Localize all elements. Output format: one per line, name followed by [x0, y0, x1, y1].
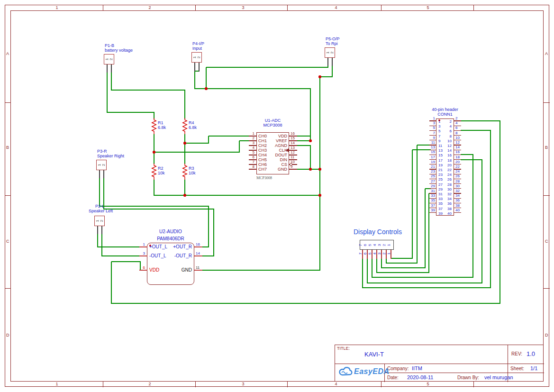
- ic-pin[interactable]: [249, 169, 257, 169]
- resistor-R1[interactable]: [151, 118, 157, 136]
- header-pin[interactable]: [429, 212, 436, 213]
- ic-u1-part[interactable]: MCP3008: [263, 123, 282, 128]
- wire[interactable]: [202, 270, 320, 270]
- wire[interactable]: [391, 258, 413, 258]
- resistor-R4[interactable]: [182, 118, 188, 136]
- resistor-ref[interactable]: R3: [189, 166, 194, 171]
- resistor-ref[interactable]: R1: [158, 121, 163, 125]
- wire[interactable]: [209, 136, 249, 136]
- wire[interactable]: [154, 152, 240, 152]
- connector-desc[interactable]: Speaker Left: [89, 209, 113, 213]
- wire[interactable]: [107, 72, 107, 113]
- pin-stub[interactable]: [332, 58, 332, 66]
- pin-stub[interactable]: [101, 226, 102, 234]
- wire[interactable]: [412, 149, 431, 150]
- wire[interactable]: [461, 154, 473, 155]
- wire[interactable]: [363, 287, 491, 288]
- wire[interactable]: [194, 71, 195, 89]
- ic-pin[interactable]: [139, 246, 147, 247]
- wire[interactable]: [319, 77, 320, 271]
- connector-ref[interactable]: P1-B: [105, 44, 114, 48]
- resistor-value[interactable]: 6.8k: [189, 126, 197, 130]
- wire[interactable]: [320, 76, 333, 77]
- wire[interactable]: [97, 234, 98, 247]
- wire[interactable]: [500, 121, 500, 304]
- wire[interactable]: [362, 258, 363, 288]
- pin-stub[interactable]: [97, 226, 98, 234]
- resistor-R2[interactable]: [151, 164, 157, 182]
- wire[interactable]: [297, 169, 320, 169]
- wire[interactable]: [206, 67, 206, 89]
- wire[interactable]: [184, 134, 185, 164]
- ic-u1-ref[interactable]: U1-ADC: [265, 119, 281, 123]
- connector-desc[interactable]: Speaker Right: [97, 154, 124, 158]
- wire[interactable]: [381, 258, 381, 268]
- resistor-ref[interactable]: R2: [158, 166, 163, 171]
- wire[interactable]: [206, 67, 328, 67]
- connector-ref[interactable]: P5-O/P: [326, 37, 340, 41]
- wire[interactable]: [107, 112, 154, 112]
- wire[interactable]: [202, 255, 214, 256]
- wire[interactable]: [332, 65, 332, 77]
- wire[interactable]: [202, 246, 209, 247]
- connector-ref[interactable]: P4-I/P: [192, 42, 204, 46]
- wire[interactable]: [99, 178, 100, 207]
- pin-stub[interactable]: [99, 170, 100, 178]
- wire[interactable]: [372, 277, 473, 277]
- pin-stub[interactable]: [107, 64, 107, 73]
- wire[interactable]: [377, 272, 429, 273]
- header-pin[interactable]: [454, 212, 461, 213]
- wire[interactable]: [428, 193, 429, 273]
- wire[interactable]: [417, 145, 431, 145]
- resistor-R3[interactable]: [182, 164, 188, 182]
- wire[interactable]: [297, 145, 311, 146]
- ic-pin[interactable]: [139, 270, 147, 270]
- connector-ref[interactable]: P3-R: [97, 149, 107, 154]
- wire[interactable]: [195, 88, 311, 89]
- wire[interactable]: [239, 141, 239, 153]
- wire[interactable]: [102, 255, 140, 256]
- wire[interactable]: [367, 283, 482, 283]
- resistor-value[interactable]: 10k: [158, 171, 165, 175]
- resistor-value[interactable]: 6.8k: [158, 126, 166, 130]
- wire[interactable]: [376, 258, 377, 273]
- wire[interactable]: [111, 90, 185, 90]
- connector-desc[interactable]: battery voltage: [105, 48, 133, 53]
- wire[interactable]: [184, 90, 185, 119]
- wire[interactable]: [111, 72, 111, 91]
- wire[interactable]: [372, 258, 372, 278]
- wire[interactable]: [461, 159, 482, 160]
- ic-pin[interactable]: [194, 270, 202, 270]
- wire[interactable]: [461, 130, 491, 130]
- connector-ref[interactable]: P2-L: [95, 204, 104, 209]
- ic-pin[interactable]: [194, 246, 202, 247]
- wire[interactable]: [239, 140, 249, 141]
- wire[interactable]: [310, 89, 310, 141]
- wire[interactable]: [111, 262, 111, 304]
- resistor-value[interactable]: 10k: [189, 171, 196, 175]
- wire[interactable]: [185, 143, 209, 143]
- wire[interactable]: [154, 134, 154, 164]
- pin-stub[interactable]: [103, 170, 104, 178]
- wire[interactable]: [111, 261, 141, 262]
- wire[interactable]: [425, 189, 425, 268]
- wire[interactable]: [208, 206, 209, 247]
- wire[interactable]: [154, 195, 320, 195]
- wire[interactable]: [104, 209, 214, 209]
- header-title[interactable]: 40-pin header: [432, 108, 458, 112]
- wire[interactable]: [213, 209, 214, 256]
- wire[interactable]: [490, 130, 490, 288]
- wire[interactable]: [386, 263, 418, 263]
- wire[interactable]: [417, 145, 417, 264]
- ic-u2-ref[interactable]: U2-AUDIO: [159, 229, 182, 234]
- connector-desc[interactable]: Input: [192, 46, 202, 51]
- wire[interactable]: [472, 155, 473, 278]
- wire[interactable]: [154, 180, 154, 196]
- wire[interactable]: [412, 150, 412, 259]
- pin-stub[interactable]: [194, 63, 195, 72]
- wire[interactable]: [461, 120, 500, 121]
- pin-stub[interactable]: [327, 58, 328, 66]
- connector-desc[interactable]: To Rpi: [326, 42, 338, 46]
- ic-pin[interactable]: [139, 255, 147, 256]
- display-controls-label[interactable]: Display Controls: [354, 228, 402, 235]
